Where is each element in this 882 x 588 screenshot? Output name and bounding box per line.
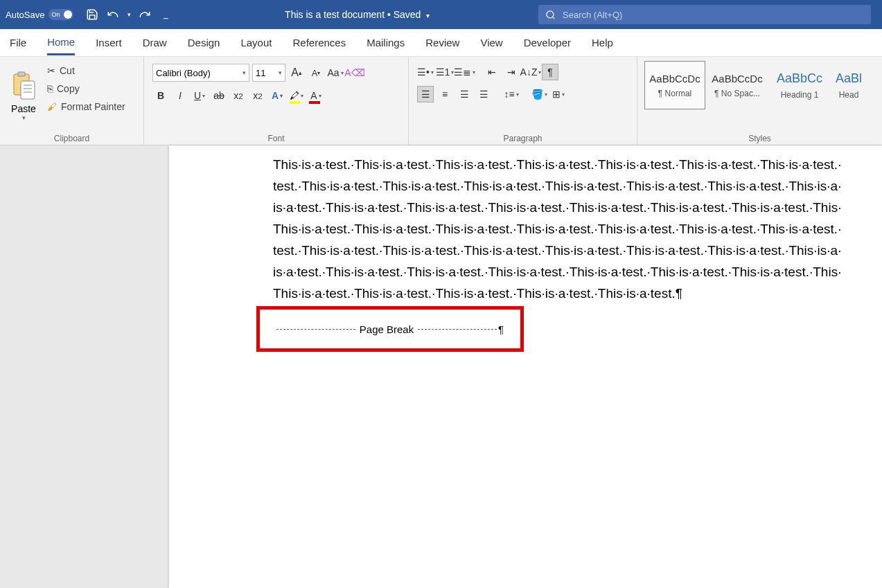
title-bar: AutoSave On ▾ ⎯ This is a test document … — [0, 0, 882, 29]
page-break-line-left — [276, 329, 355, 330]
group-styles: AaBbCcDc ¶ Normal AaBbCcDc ¶ No Spac... … — [637, 57, 882, 145]
style-heading-1[interactable]: AaBbCc Heading 1 — [769, 61, 830, 109]
group-label: Clipboard — [6, 132, 138, 145]
tab-references[interactable]: References — [292, 31, 346, 54]
tab-insert[interactable]: Insert — [96, 31, 122, 54]
doc-line[interactable]: is·a·test.·This·is·a·test.·This·is·a·tes… — [169, 197, 882, 218]
tab-home[interactable]: Home — [47, 30, 75, 55]
save-icon[interactable] — [83, 6, 101, 24]
bullets-button[interactable]: ☰• — [417, 64, 434, 80]
align-left-button[interactable]: ☰ — [417, 86, 434, 103]
group-clipboard: Paste ▾ ✂ Cut ⎘ Copy 🖌 Format Painter Cl… — [0, 57, 144, 145]
strikethrough-button[interactable]: ab — [211, 87, 227, 104]
sort-button[interactable]: A↓Z — [522, 64, 539, 80]
pilcrow-icon: ¶ — [498, 323, 504, 335]
tab-developer[interactable]: Developer — [524, 31, 571, 54]
shading-button[interactable]: 🪣 — [531, 86, 547, 103]
italic-button[interactable]: I — [172, 87, 188, 104]
doc-line[interactable]: test.·This·is·a·test.·This·is·a·test.·Th… — [169, 240, 882, 261]
grow-font-button[interactable]: A▴ — [288, 64, 305, 81]
svg-rect-3 — [18, 72, 25, 76]
subscript-button[interactable]: x2 — [230, 87, 247, 104]
doc-line[interactable]: This·is·a·test.·This·is·a·test.·This·is·… — [169, 154, 882, 175]
tab-view[interactable]: View — [480, 31, 502, 54]
cut-button[interactable]: ✂ Cut — [44, 64, 128, 78]
page-break-line-right — [418, 329, 497, 330]
align-right-button[interactable]: ☰ — [456, 86, 473, 103]
doc-line[interactable]: is·a·test.·This·is·a·test.·This·is·a·tes… — [169, 261, 882, 283]
doc-line[interactable]: This·is·a·test.·This·is·a·test.·This·is·… — [169, 283, 882, 304]
justify-button[interactable]: ☰ — [475, 86, 492, 103]
document-title: This is a test document • Saved ▾ — [176, 9, 538, 20]
doc-line[interactable]: test.·This·is·a·test.·This·is·a·test.·Th… — [169, 175, 882, 197]
ribbon-tabs: File Home Insert Draw Design Layout Refe… — [0, 29, 882, 57]
font-size-combo[interactable]: 11▾ — [252, 64, 285, 82]
highlight-button[interactable]: 🖍 — [288, 87, 305, 104]
format-painter-button[interactable]: 🖌 Format Painter — [44, 100, 128, 114]
redo-icon[interactable] — [136, 6, 154, 24]
group-label: Paragraph — [414, 132, 631, 145]
group-label: Font — [150, 132, 403, 145]
document-page[interactable]: This·is·a·test.·This·is·a·test.·This·is·… — [169, 145, 882, 588]
borders-button[interactable]: ⊞ — [550, 86, 567, 103]
paste-icon — [10, 71, 37, 100]
page-break-highlight: Page Break ¶ — [256, 306, 524, 352]
qat-customize-icon[interactable]: ⎯ — [157, 6, 175, 24]
svg-line-1 — [552, 17, 554, 19]
tab-layout[interactable]: Layout — [240, 31, 272, 54]
search-icon — [545, 10, 556, 20]
underline-button[interactable]: U — [191, 87, 208, 104]
style-heading-2[interactable]: AaBl Head — [831, 61, 866, 109]
tab-mailings[interactable]: Mailings — [367, 31, 405, 54]
increase-indent-button[interactable]: ⇥ — [503, 64, 520, 80]
clear-formatting-button[interactable]: A⌫ — [346, 64, 363, 81]
copy-icon: ⎘ — [47, 83, 53, 94]
show-hide-button[interactable]: ¶ — [542, 64, 558, 80]
tab-design[interactable]: Design — [188, 31, 220, 54]
toggle-switch[interactable]: On — [48, 9, 73, 20]
page-break-label[interactable]: Page Break — [355, 323, 418, 335]
decrease-indent-button[interactable]: ⇤ — [484, 64, 500, 80]
scissors-icon: ✂ — [47, 65, 55, 76]
doc-line[interactable]: This·is·a·test.·This·is·a·test.·This·is·… — [169, 218, 882, 240]
tab-file[interactable]: File — [10, 31, 26, 54]
brush-icon: 🖌 — [47, 101, 57, 112]
copy-button[interactable]: ⎘ Copy — [44, 82, 128, 96]
left-gutter — [0, 145, 169, 588]
group-font: Calibri (Body)▾ 11▾ A▴ A▾ Aa A⌫ B I U ab… — [144, 57, 409, 145]
numbering-button[interactable]: ☰1 — [436, 64, 453, 80]
line-spacing-button[interactable]: ↕≡ — [503, 86, 520, 103]
search-box[interactable] — [538, 5, 871, 24]
group-label: Styles — [643, 132, 876, 145]
autosave-label: AutoSave — [6, 10, 44, 20]
shrink-font-button[interactable]: A▾ — [308, 64, 324, 81]
font-name-combo[interactable]: Calibri (Body)▾ — [152, 64, 249, 82]
style-normal[interactable]: AaBbCcDc ¶ Normal — [644, 61, 705, 109]
style-no-spacing[interactable]: AaBbCcDc ¶ No Spac... — [707, 61, 768, 109]
title-dropdown-icon[interactable]: ▾ — [426, 12, 430, 19]
search-input[interactable] — [563, 10, 864, 20]
change-case-button[interactable]: Aa — [327, 64, 344, 81]
text-effects-button[interactable]: A — [269, 87, 285, 104]
autosave-toggle[interactable]: AutoSave On — [6, 9, 73, 20]
font-color-button[interactable]: A — [308, 87, 324, 104]
undo-dropdown-icon[interactable]: ▾ — [125, 6, 133, 24]
tab-review[interactable]: Review — [425, 31, 459, 54]
svg-point-0 — [547, 10, 554, 17]
align-center-button[interactable]: ≡ — [436, 86, 453, 103]
tab-draw[interactable]: Draw — [143, 31, 167, 54]
document-area: This·is·a·test.·This·is·a·test.·This·is·… — [0, 145, 882, 588]
superscript-button[interactable]: x2 — [249, 87, 266, 104]
bold-button[interactable]: B — [152, 87, 169, 104]
paste-dropdown-icon[interactable]: ▾ — [22, 114, 26, 121]
ribbon: Paste ▾ ✂ Cut ⎘ Copy 🖌 Format Painter Cl… — [0, 57, 882, 145]
tab-help[interactable]: Help — [592, 31, 613, 54]
svg-rect-4 — [21, 81, 35, 99]
paste-button[interactable]: Paste ▾ — [6, 60, 42, 132]
undo-icon[interactable] — [104, 6, 122, 24]
multilevel-button[interactable]: ☰≣ — [456, 64, 473, 80]
group-paragraph: ☰• ☰1 ☰≣ ⇤ ⇥ A↓Z ¶ ☰ ≡ ☰ ☰ ↕≡ 🪣 ⊞ Para — [409, 57, 637, 145]
